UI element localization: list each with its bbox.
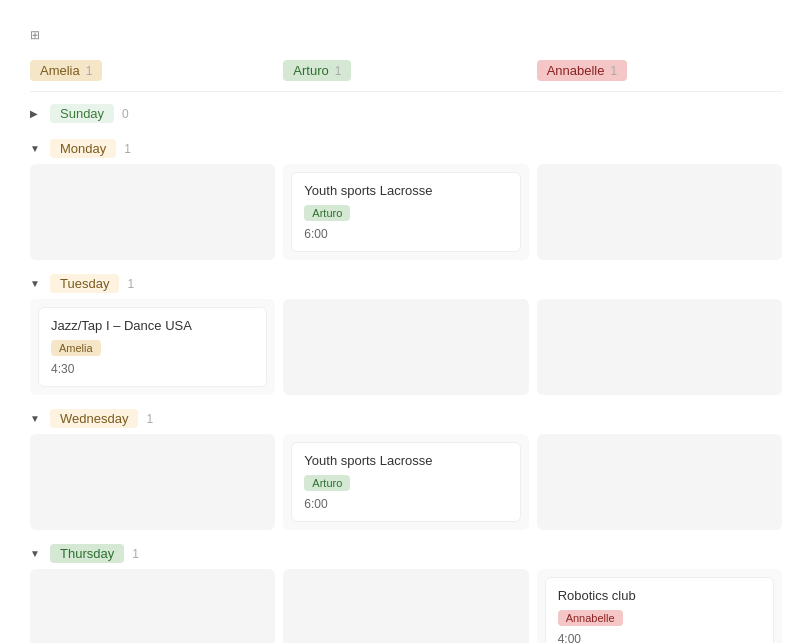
- activity-person-tag: Arturo: [304, 205, 350, 221]
- chevron-monday: ▼: [30, 143, 42, 154]
- col-header-annabelle: Annabelle 1: [537, 60, 782, 81]
- col-label-arturo: Arturo: [293, 63, 328, 78]
- day-header-thursday[interactable]: ▼ Thursday 1: [30, 538, 782, 569]
- cell-tuesday-annabelle: [537, 299, 782, 395]
- col-header-arturo: Arturo 1: [283, 60, 528, 81]
- cell-monday-amelia: [30, 164, 275, 260]
- day-count-thursday: 1: [132, 547, 139, 561]
- col-tag-arturo: Arturo 1: [283, 60, 351, 81]
- cell-tuesday-amelia: Jazz/Tap I – Dance USA Amelia 4:30: [30, 299, 275, 395]
- activity-name: Jazz/Tap I – Dance USA: [51, 318, 254, 333]
- cell-wednesday-annabelle: [537, 434, 782, 530]
- day-grid-thursday: Robotics club Annabelle 4:00: [30, 569, 782, 643]
- activity-person-tag: Amelia: [51, 340, 101, 356]
- col-label-amelia: Amelia: [40, 63, 80, 78]
- activity-person-tag: Annabelle: [558, 610, 623, 626]
- day-section-tuesday: ▼ Tuesday 1 Jazz/Tap I – Dance USA Ameli…: [30, 268, 782, 395]
- day-count-sunday: 0: [122, 107, 129, 121]
- cell-wednesday-arturo: Youth sports Lacrosse Arturo 6:00: [283, 434, 528, 530]
- day-grid-wednesday: Youth sports Lacrosse Arturo 6:00: [30, 434, 782, 530]
- activity-time: 4:30: [51, 362, 254, 376]
- chevron-thursday: ▼: [30, 548, 42, 559]
- day-badge-wednesday: Wednesday: [50, 409, 138, 428]
- activity-card-monday-arturo: Youth sports Lacrosse Arturo 6:00: [291, 172, 520, 252]
- day-badge-monday: Monday: [50, 139, 116, 158]
- activity-card-tuesday-amelia: Jazz/Tap I – Dance USA Amelia 4:30: [38, 307, 267, 387]
- col-tag-amelia: Amelia 1: [30, 60, 102, 81]
- day-grid-monday: Youth sports Lacrosse Arturo 6:00: [30, 164, 782, 260]
- cell-monday-arturo: Youth sports Lacrosse Arturo 6:00: [283, 164, 528, 260]
- day-count-monday: 1: [124, 142, 131, 156]
- cell-tuesday-arturo: [283, 299, 528, 395]
- day-badge-thursday: Thursday: [50, 544, 124, 563]
- activity-time: 6:00: [304, 497, 507, 511]
- header-divider: [30, 91, 782, 92]
- activity-time: 4:00: [558, 632, 761, 643]
- col-count-arturo: 1: [335, 64, 342, 78]
- col-count-annabelle: 1: [610, 64, 617, 78]
- day-count-wednesday: 1: [146, 412, 153, 426]
- cell-thursday-amelia: [30, 569, 275, 643]
- day-section-wednesday: ▼ Wednesday 1 Youth sports Lacrosse Artu…: [30, 403, 782, 530]
- day-section-monday: ▼ Monday 1 Youth sports Lacrosse Arturo …: [30, 133, 782, 260]
- day-header-wednesday[interactable]: ▼ Wednesday 1: [30, 403, 782, 434]
- chevron-sunday: ▶: [30, 108, 42, 119]
- day-badge-sunday: Sunday: [50, 104, 114, 123]
- subtitle: ⊞: [30, 28, 782, 42]
- activity-card-wednesday-arturo: Youth sports Lacrosse Arturo 6:00: [291, 442, 520, 522]
- cell-wednesday-amelia: [30, 434, 275, 530]
- days-container: ▶ Sunday 0 ▼ Monday 1 Youth sports Lacro…: [30, 98, 782, 643]
- col-header-amelia: Amelia 1: [30, 60, 275, 81]
- col-count-amelia: 1: [86, 64, 93, 78]
- cell-monday-annabelle: [537, 164, 782, 260]
- activity-name: Youth sports Lacrosse: [304, 453, 507, 468]
- chevron-wednesday: ▼: [30, 413, 42, 424]
- activity-person-tag: Arturo: [304, 475, 350, 491]
- activity-card-thursday-annabelle: Robotics club Annabelle 4:00: [545, 577, 774, 643]
- day-count-tuesday: 1: [127, 277, 134, 291]
- chevron-tuesday: ▼: [30, 278, 42, 289]
- activity-name: Youth sports Lacrosse: [304, 183, 507, 198]
- col-label-annabelle: Annabelle: [547, 63, 605, 78]
- day-header-sunday[interactable]: ▶ Sunday 0: [30, 98, 782, 129]
- day-section-thursday: ▼ Thursday 1 Robotics club Annabelle 4:0…: [30, 538, 782, 643]
- day-section-sunday: ▶ Sunday 0: [30, 98, 782, 129]
- col-tag-annabelle: Annabelle 1: [537, 60, 628, 81]
- columns-header: Amelia 1 Arturo 1 Annabelle 1: [30, 60, 782, 81]
- day-header-monday[interactable]: ▼ Monday 1: [30, 133, 782, 164]
- cell-thursday-arturo: [283, 569, 528, 643]
- day-badge-tuesday: Tuesday: [50, 274, 119, 293]
- table-icon: ⊞: [30, 28, 40, 42]
- activity-name: Robotics club: [558, 588, 761, 603]
- activity-time: 6:00: [304, 227, 507, 241]
- day-header-tuesday[interactable]: ▼ Tuesday 1: [30, 268, 782, 299]
- day-grid-tuesday: Jazz/Tap I – Dance USA Amelia 4:30: [30, 299, 782, 395]
- cell-thursday-annabelle: Robotics club Annabelle 4:00: [537, 569, 782, 643]
